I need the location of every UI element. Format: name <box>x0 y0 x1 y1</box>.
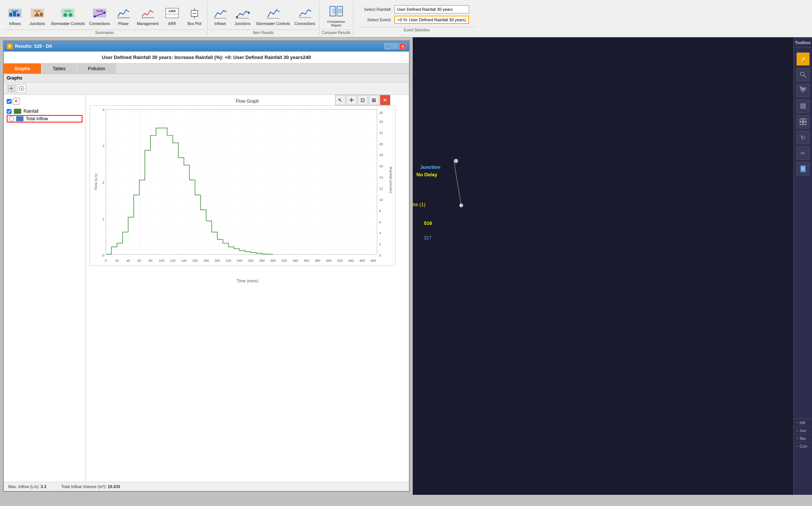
max-inflow-value: 3.3 <box>41 484 46 489</box>
svg-text:20: 20 <box>379 142 383 146</box>
svg-text:40: 40 <box>126 259 130 263</box>
toc-con-item[interactable]: + Con <box>794 443 812 450</box>
chart-cursor-tool[interactable]: ↖ <box>335 95 346 105</box>
svg-text:24: 24 <box>379 120 383 124</box>
svg-text:280: 280 <box>259 259 265 263</box>
toolbox-grid-icon[interactable] <box>796 115 810 128</box>
toolbox-scissors-icon[interactable]: ✂ <box>796 146 810 160</box>
total-inflow-checkbox[interactable] <box>9 117 14 121</box>
total-volume-value: 19.433 <box>107 484 120 489</box>
rainfall-color <box>14 109 21 114</box>
inflows-button[interactable]: SUM Inflows <box>4 5 26 27</box>
total-inflow-label: Total Inflow <box>26 116 48 121</box>
select-event-input[interactable] <box>394 16 469 24</box>
summaries-label: Summaries <box>4 30 206 35</box>
legend-master-checkbox[interactable] <box>7 99 12 104</box>
svg-text:4: 4 <box>102 108 104 112</box>
toolbox-cursor-icon[interactable]: ↗ <box>796 52 810 66</box>
svg-text:14: 14 <box>379 176 383 179</box>
toolbox-document-icon[interactable] <box>796 162 810 176</box>
phase-button[interactable]: Phase <box>112 5 135 27</box>
stormwater2-button[interactable]: Stormwater Controls <box>254 5 292 27</box>
select-rainfall-input[interactable] <box>394 5 469 13</box>
svg-text:8: 8 <box>379 209 381 213</box>
svg-rect-8 <box>40 13 43 16</box>
connection-svg <box>443 157 480 232</box>
close-button[interactable]: ✕ <box>399 43 406 49</box>
inflows2-button[interactable]: Inflows <box>209 5 231 27</box>
chart-expand-tool[interactable]: ⊞ <box>369 95 379 105</box>
svg-text:120: 120 <box>170 259 175 263</box>
inflows-label: Inflows <box>9 22 21 26</box>
svg-rect-115 <box>803 122 806 125</box>
stormwater2-label: Stormwater Controls <box>256 22 290 26</box>
tab-tables[interactable]: Tables <box>42 63 76 74</box>
legend-close-button[interactable]: ✕ <box>13 98 19 105</box>
svg-point-16 <box>94 15 96 18</box>
toc-infl-item[interactable]: + Infl <box>794 419 812 427</box>
svg-text:420: 420 <box>337 259 343 263</box>
connections2-button[interactable]: Connections <box>292 5 318 27</box>
svg-text:18: 18 <box>379 153 383 157</box>
junctions2-icon <box>235 6 250 21</box>
management-button[interactable]: Management <box>135 5 161 27</box>
compare-results-section: Comparison Report Compare Results <box>319 1 353 35</box>
junctions2-button[interactable]: Junctions <box>231 5 254 27</box>
toc-sto-item[interactable]: + Sto <box>794 435 812 443</box>
legend-item-total-inflow: Total Inflow <box>7 115 82 122</box>
svg-rect-32 <box>299 17 311 18</box>
svg-text:SUM: SUM <box>96 9 103 13</box>
chart-close-tool[interactable]: ✕ <box>380 95 390 105</box>
svg-text:0: 0 <box>102 253 104 257</box>
svg-rect-4 <box>17 13 20 16</box>
svg-point-11 <box>63 13 67 17</box>
rainfall-checkbox[interactable] <box>7 109 12 114</box>
panel-subtitle: User Defined Rainfall 30 years: Increase… <box>4 52 409 63</box>
junctions-button[interactable]: SUM Junctions <box>26 5 49 27</box>
svg-text:Rainfall (mm/hr): Rainfall (mm/hr) <box>389 167 393 193</box>
management-label: Management <box>137 22 159 26</box>
svg-text:340: 340 <box>293 259 298 263</box>
summaries-section: SUM Inflows SUM Junc <box>2 1 207 35</box>
svg-text:1: 1 <box>102 217 104 221</box>
chart-pan-tool[interactable]: ✛ <box>346 95 357 105</box>
svg-rect-18 <box>117 17 130 18</box>
tab-pollution[interactable]: Pollution <box>77 63 116 74</box>
junctions-icon: SUM <box>30 6 45 21</box>
toolbox-rotate-icon[interactable]: ↻ <box>796 131 810 144</box>
inflows2-label: Inflows <box>215 22 226 26</box>
connections-button[interactable]: SUM Connections <box>87 5 112 27</box>
svg-rect-112 <box>800 119 803 121</box>
x-axis-label: Time (mins) <box>90 279 405 283</box>
item-results-label: Item Results <box>209 30 318 35</box>
comparison-button[interactable]: Comparison Report <box>321 3 352 28</box>
boxplot-button[interactable]: Box Plot <box>183 5 206 27</box>
connections-label: Connections <box>89 22 110 26</box>
svg-text:160: 160 <box>192 259 198 263</box>
svg-point-109 <box>800 107 802 109</box>
toc-jun-item[interactable]: + Jun <box>794 427 812 435</box>
toolbox-dots-icon[interactable] <box>796 99 810 113</box>
arr-button[interactable]: ARR ARR <box>161 5 183 27</box>
svg-point-107 <box>802 105 804 107</box>
tab-graphs[interactable]: Graphs <box>4 63 41 74</box>
minimize-button[interactable]: _ <box>384 43 391 49</box>
svg-rect-3 <box>13 11 16 16</box>
junctions-label: Junctions <box>29 22 45 26</box>
maximize-button[interactable]: □ <box>392 43 399 49</box>
flow-graph-wrapper: 0 1 2 3 4 0 2 4 6 8 10 12 14 1 <box>90 105 405 277</box>
svg-text:0: 0 <box>379 254 381 257</box>
stormwater-button[interactable]: SUM Stormwater Controls <box>49 5 87 27</box>
svg-text:2: 2 <box>102 180 104 184</box>
svg-text:R: R <box>8 44 11 49</box>
graph-add-button[interactable] <box>7 84 16 93</box>
toc-infl-expand: + <box>796 421 798 425</box>
svg-text:SUM: SUM <box>34 9 41 13</box>
graph-settings-button[interactable] <box>17 84 26 93</box>
svg-text:140: 140 <box>181 259 187 263</box>
svg-text:180: 180 <box>203 259 209 263</box>
toolbox-zoom-icon[interactable] <box>796 68 810 81</box>
svg-point-104 <box>802 103 804 105</box>
svg-text:20: 20 <box>115 259 119 263</box>
chart-zoom-tool[interactable]: ⊡ <box>357 95 368 105</box>
